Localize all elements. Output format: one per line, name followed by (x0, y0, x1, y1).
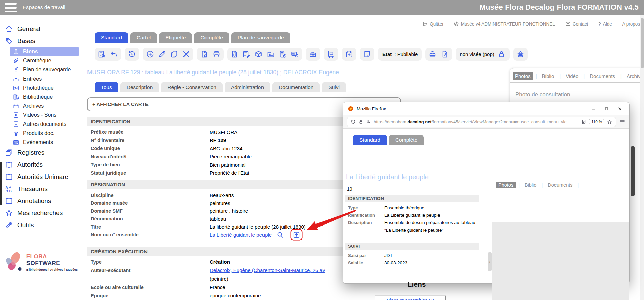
sidebar-item-annotations[interactable]: Annotations (0, 195, 79, 207)
tab-etiquette[interactable]: Etiquette (159, 32, 192, 43)
firefox-popup-window: Mozilla Firefox https://demobam.decalog.… (343, 102, 630, 284)
delete-icon[interactable] (182, 50, 190, 58)
panel-tab-biblio[interactable]: Biblio (540, 72, 557, 80)
panel-tab-documents[interactable]: Documents (545, 182, 575, 188)
contact-link[interactable]: Contact (565, 21, 588, 27)
add-icon[interactable] (146, 50, 154, 58)
panel-tab-photos[interactable]: Photos (513, 72, 533, 80)
printer-icon[interactable] (212, 50, 221, 58)
sidebar-item-registres[interactable]: Registres (0, 147, 79, 159)
tab-description[interactable]: Description (120, 82, 159, 92)
print-document-icon[interactable] (200, 50, 209, 58)
tag-icon (5, 37, 13, 45)
workspace-label[interactable]: Espaces de travail (23, 4, 65, 10)
hamburger-menu-icon[interactable] (5, 3, 17, 12)
bookmark-star-icon[interactable] (607, 119, 612, 124)
maximize-button[interactable] (601, 105, 611, 112)
calendar-add-icon[interactable] (345, 50, 353, 58)
tab-documentation[interactable]: Documentation (272, 82, 320, 92)
sidebar-item-bases[interactable]: Bases (0, 35, 79, 47)
tab-régie-conservation[interactable]: Régie - Conservation (161, 82, 223, 92)
help-link[interactable]: ?Aide (598, 21, 612, 27)
quit-link[interactable]: Quitter (422, 21, 444, 27)
wand-document-icon[interactable] (441, 50, 449, 58)
sidebar-item-autorités-unimarc[interactable]: Autorités Unimarc (0, 171, 79, 183)
visa-pill[interactable]: non visée (pop) (456, 48, 509, 61)
note-icon[interactable] (363, 50, 371, 58)
user-account[interactable]: Musée v4 ADMINISTRATEUR FONCTIONNEL (454, 21, 555, 27)
menu-icon[interactable] (619, 119, 625, 125)
popup-titlebar[interactable]: Mozilla Firefox (343, 102, 629, 115)
panel-tab-vidéo[interactable]: Vidéo (563, 72, 581, 80)
sidebar-item-carothèque[interactable]: Carothèque (10, 56, 79, 65)
stamp-icon[interactable] (428, 50, 437, 58)
tab-standard[interactable]: Standard (353, 135, 387, 145)
toolbox-icon[interactable] (309, 50, 317, 58)
page-scrollbar[interactable] (640, 15, 644, 300)
sidebar-item-archives[interactable]: Archives (10, 101, 79, 110)
tab-complète[interactable]: Complète (389, 135, 424, 145)
field-value-link[interactable]: La Liberté guidant le peuple (210, 232, 272, 238)
zoom-level-badge[interactable]: 110 % (589, 119, 604, 124)
copy-icon[interactable] (170, 50, 178, 58)
package-icon[interactable] (254, 50, 263, 58)
image-folder-icon[interactable] (267, 50, 275, 58)
sidebar-item-outils[interactable]: Outils (0, 219, 79, 231)
sidebar-item-label: Carothèque (23, 58, 51, 64)
lock-icon[interactable] (358, 119, 363, 124)
url-bar[interactable]: https://demobam.decalog.net/formationv45… (347, 117, 616, 127)
trolley-icon[interactable] (327, 50, 335, 58)
permissions-icon[interactable] (366, 119, 371, 124)
panel-tab-biblio[interactable]: Biblio (522, 182, 539, 188)
reader-view-icon[interactable] (581, 119, 586, 124)
tab-plan-de-sauvegarde[interactable]: Plan de sauvegarde (231, 32, 290, 43)
sidebar-scrollbar[interactable] (0, 162, 2, 205)
video-doc-icon (13, 112, 19, 118)
tab-tous[interactable]: Tous (95, 82, 118, 92)
tab-complète[interactable]: Complète (194, 32, 229, 43)
state-pill[interactable]: Etat : Publiable (378, 48, 422, 61)
card-reader-icon[interactable] (291, 50, 299, 58)
linked-items-button[interactable]: Biens et ensembles : 3 (375, 296, 446, 300)
sidebar-item-général[interactable]: Général (0, 23, 79, 35)
basket-icon[interactable] (516, 50, 525, 58)
sidebar-item-thesaurus[interactable]: Thesaurus (0, 183, 79, 195)
sidebar-item-vidéos-sons[interactable]: Vidéos - Sons (10, 110, 79, 119)
panel-collapse-handle[interactable]: › (488, 252, 492, 271)
sidebar-item-mes-recherches[interactable]: Mes recherches (0, 207, 79, 219)
sidebar-item-autres-documents[interactable]: Autres documents (10, 119, 79, 129)
tab-suivi[interactable]: Suivi (322, 82, 346, 92)
sidebar-item-produits-doc[interactable]: Produits doc. (10, 129, 79, 138)
field-value-link[interactable]: Delacroix, Eugène (Charenton-Saint-Mauri… (210, 267, 325, 273)
sidebar-item-biens[interactable]: Biens (10, 47, 79, 56)
minimize-button[interactable] (588, 105, 598, 112)
panel-scrollbar-thumb[interactable] (631, 146, 635, 196)
field-label: Statut juridique (91, 170, 210, 176)
url-text[interactable]: https://demobam.decalog.net/formationv45… (374, 119, 579, 124)
shield-icon[interactable] (351, 119, 356, 124)
sidebar-item-photothèque[interactable]: Photothèque (10, 83, 79, 92)
sidebar-item-evènements[interactable]: Evènements (10, 138, 79, 147)
magnifier-button[interactable] (276, 231, 284, 239)
record-search-icon[interactable] (98, 50, 106, 58)
sidebar-item-entrées[interactable]: Entrées (10, 74, 79, 83)
about-link[interactable]: A propos (622, 21, 640, 27)
panel-tab-photos[interactable]: Photos (496, 182, 516, 188)
tab-cartel[interactable]: Cartel (130, 32, 157, 43)
open-popup-button[interactable] (291, 230, 302, 240)
attach-document-icon[interactable] (230, 50, 239, 58)
sidebar-item-autorités[interactable]: Autorités (0, 159, 79, 171)
calculator-clock-icon[interactable] (279, 50, 287, 58)
firefox-icon (348, 106, 354, 112)
close-button[interactable] (614, 105, 625, 112)
undo-icon[interactable] (110, 50, 118, 58)
edit-icon[interactable] (158, 50, 166, 58)
page-scrollbar-thumb[interactable] (641, 18, 644, 68)
tab-administration[interactable]: Administration (225, 82, 270, 92)
tab-standard[interactable]: Standard (95, 32, 128, 43)
sidebar-item-plan-de-sauvegarde[interactable]: Plan de sauvegarde (10, 65, 79, 74)
edit-list-icon[interactable] (242, 50, 251, 58)
history-icon[interactable] (128, 50, 136, 58)
sidebar-item-bibliothèque[interactable]: Bibliothèque (10, 92, 79, 101)
panel-tab-documents[interactable]: Documents (587, 72, 618, 80)
